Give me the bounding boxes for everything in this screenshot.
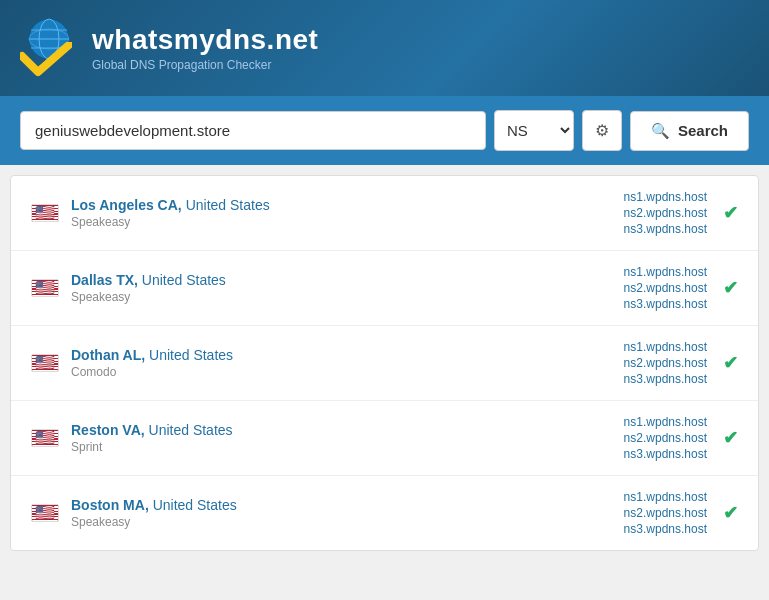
location-city: Dothan AL, — [71, 347, 145, 363]
location-name: Dothan AL, United States — [71, 347, 624, 363]
location-isp: Comodo — [71, 365, 624, 379]
location-isp: Speakeasy — [71, 215, 624, 229]
flag-icon — [31, 204, 59, 222]
result-row: Reston VA, United States Sprint ns1.wpdn… — [11, 401, 758, 476]
dns-entry: ns2.wpdns.host — [624, 506, 707, 520]
dns-entry: ns3.wpdns.host — [624, 447, 707, 461]
results-container: Los Angeles CA, United States Speakeasy … — [10, 175, 759, 551]
location-info: Los Angeles CA, United States Speakeasy — [71, 197, 624, 229]
result-row: Boston MA, United States Speakeasy ns1.w… — [11, 476, 758, 550]
flag-icon — [31, 504, 59, 522]
dns-entry: ns3.wpdns.host — [624, 372, 707, 386]
location-name: Dallas TX, United States — [71, 272, 624, 288]
location-name: Reston VA, United States — [71, 422, 624, 438]
location-country: United States — [186, 197, 270, 213]
location-country: United States — [149, 347, 233, 363]
location-country: United States — [149, 422, 233, 438]
flag-icon — [31, 354, 59, 372]
search-icon: 🔍 — [651, 122, 670, 140]
check-icon: ✔ — [723, 427, 738, 449]
logo-icon — [20, 18, 80, 78]
location-city: Dallas TX, — [71, 272, 138, 288]
dns-entry: ns1.wpdns.host — [624, 190, 707, 204]
location-info: Boston MA, United States Speakeasy — [71, 497, 624, 529]
site-tagline: Global DNS Propagation Checker — [92, 58, 318, 72]
logo: whatsmydns.net Global DNS Propagation Ch… — [20, 18, 318, 78]
check-icon: ✔ — [723, 352, 738, 374]
dns-entry: ns3.wpdns.host — [624, 222, 707, 236]
result-row: Los Angeles CA, United States Speakeasy … — [11, 176, 758, 251]
check-icon: ✔ — [723, 202, 738, 224]
flag-icon — [31, 429, 59, 447]
location-info: Dallas TX, United States Speakeasy — [71, 272, 624, 304]
dns-results: ns1.wpdns.hostns2.wpdns.hostns3.wpdns.ho… — [624, 265, 707, 311]
dns-results: ns1.wpdns.hostns2.wpdns.hostns3.wpdns.ho… — [624, 490, 707, 536]
location-country: United States — [142, 272, 226, 288]
dns-entry: ns3.wpdns.host — [624, 297, 707, 311]
location-country: United States — [153, 497, 237, 513]
result-row: Dothan AL, United States Comodo ns1.wpdn… — [11, 326, 758, 401]
flag-icon — [31, 279, 59, 297]
domain-input[interactable] — [20, 111, 486, 150]
location-isp: Speakeasy — [71, 515, 624, 529]
search-button[interactable]: 🔍 Search — [630, 111, 749, 151]
search-bar: A AAAA CNAME MX NS PTR SOA SRV TXT ⚙ 🔍 S… — [0, 96, 769, 165]
search-label: Search — [678, 122, 728, 139]
dns-entry: ns1.wpdns.host — [624, 340, 707, 354]
location-city: Boston MA, — [71, 497, 149, 513]
location-city: Los Angeles CA, — [71, 197, 182, 213]
check-icon: ✔ — [723, 277, 738, 299]
dns-entry: ns1.wpdns.host — [624, 265, 707, 279]
checkmark-icon — [20, 42, 72, 78]
site-name: whatsmydns.net — [92, 24, 318, 56]
result-row: Dallas TX, United States Speakeasy ns1.w… — [11, 251, 758, 326]
location-name: Boston MA, United States — [71, 497, 624, 513]
dns-entry: ns1.wpdns.host — [624, 415, 707, 429]
location-isp: Sprint — [71, 440, 624, 454]
location-info: Reston VA, United States Sprint — [71, 422, 624, 454]
dns-entry: ns2.wpdns.host — [624, 281, 707, 295]
gear-icon: ⚙ — [595, 121, 609, 140]
dns-results: ns1.wpdns.hostns2.wpdns.hostns3.wpdns.ho… — [624, 340, 707, 386]
dns-entry: ns1.wpdns.host — [624, 490, 707, 504]
location-name: Los Angeles CA, United States — [71, 197, 624, 213]
dns-type-select[interactable]: A AAAA CNAME MX NS PTR SOA SRV TXT — [494, 110, 574, 151]
dns-entry: ns3.wpdns.host — [624, 522, 707, 536]
settings-button[interactable]: ⚙ — [582, 110, 622, 151]
location-isp: Speakeasy — [71, 290, 624, 304]
dns-entry: ns2.wpdns.host — [624, 431, 707, 445]
check-icon: ✔ — [723, 502, 738, 524]
location-city: Reston VA, — [71, 422, 145, 438]
dns-entry: ns2.wpdns.host — [624, 206, 707, 220]
dns-results: ns1.wpdns.hostns2.wpdns.hostns3.wpdns.ho… — [624, 190, 707, 236]
dns-entry: ns2.wpdns.host — [624, 356, 707, 370]
header: whatsmydns.net Global DNS Propagation Ch… — [0, 0, 769, 96]
location-info: Dothan AL, United States Comodo — [71, 347, 624, 379]
dns-results: ns1.wpdns.hostns2.wpdns.hostns3.wpdns.ho… — [624, 415, 707, 461]
site-title: whatsmydns.net Global DNS Propagation Ch… — [92, 24, 318, 72]
